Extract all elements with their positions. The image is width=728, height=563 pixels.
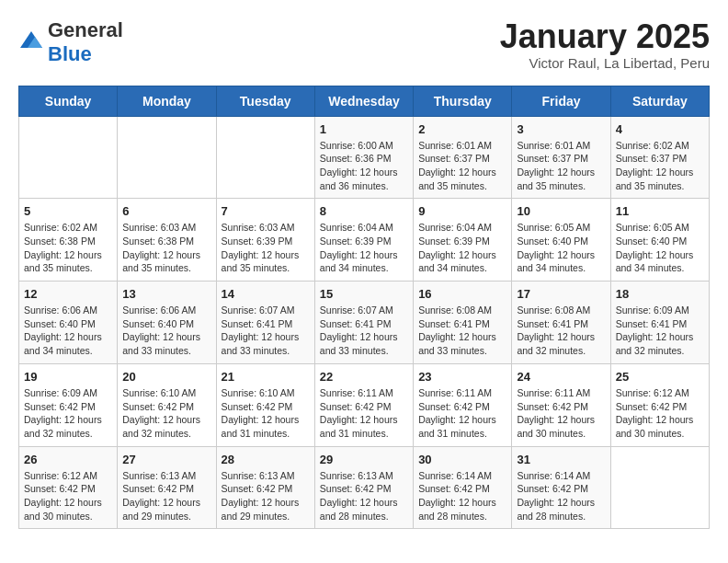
day-info: Sunrise: 6:09 AM Sunset: 6:41 PM Dayligh… — [616, 304, 704, 358]
day-info: Sunrise: 6:11 AM Sunset: 6:42 PM Dayligh… — [517, 386, 605, 441]
calendar-cell: 14Sunrise: 6:07 AM Sunset: 6:41 PM Dayli… — [216, 282, 314, 364]
header-cell-saturday: Saturday — [610, 86, 709, 116]
calendar-subtitle: Victor Raul, La Libertad, Peru — [500, 55, 710, 71]
calendar-cell: 7Sunrise: 6:03 AM Sunset: 6:39 PM Daylig… — [216, 199, 314, 282]
calendar-cell: 25Sunrise: 6:12 AM Sunset: 6:42 PM Dayli… — [610, 363, 709, 446]
calendar-cell: 17Sunrise: 6:08 AM Sunset: 6:41 PM Dayli… — [512, 282, 610, 364]
calendar-cell: 8Sunrise: 6:04 AM Sunset: 6:39 PM Daylig… — [314, 199, 413, 282]
day-info: Sunrise: 6:13 AM Sunset: 6:42 PM Dayligh… — [122, 469, 210, 523]
calendar-header: SundayMondayTuesdayWednesdayThursdayFrid… — [19, 86, 710, 116]
day-number: 14 — [222, 287, 310, 301]
day-info: Sunrise: 6:14 AM Sunset: 6:42 PM Dayligh… — [418, 469, 506, 523]
calendar-cell: 6Sunrise: 6:03 AM Sunset: 6:38 PM Daylig… — [118, 199, 216, 282]
day-info: Sunrise: 6:01 AM Sunset: 6:37 PM Dayligh… — [517, 139, 605, 193]
calendar-cell — [118, 116, 216, 199]
calendar-week-5: 26Sunrise: 6:12 AM Sunset: 6:42 PM Dayli… — [19, 446, 710, 529]
day-info: Sunrise: 6:04 AM Sunset: 6:39 PM Dayligh… — [418, 221, 506, 275]
day-number: 21 — [222, 370, 310, 384]
logo-general: General — [48, 18, 123, 41]
header-row: SundayMondayTuesdayWednesdayThursdayFrid… — [19, 86, 710, 116]
logo: General Blue — [18, 18, 123, 66]
day-number: 25 — [616, 370, 704, 384]
day-number: 2 — [418, 122, 506, 136]
header-cell-friday: Friday — [512, 86, 610, 116]
calendar-cell: 2Sunrise: 6:01 AM Sunset: 6:37 PM Daylig… — [414, 116, 512, 199]
day-number: 7 — [222, 204, 310, 218]
calendar-cell: 26Sunrise: 6:12 AM Sunset: 6:42 PM Dayli… — [19, 446, 118, 529]
day-number: 31 — [517, 453, 605, 466]
day-number: 16 — [418, 287, 506, 301]
header-cell-monday: Monday — [118, 86, 216, 116]
header-cell-wednesday: Wednesday — [314, 86, 413, 116]
header-cell-sunday: Sunday — [19, 86, 118, 116]
day-number: 29 — [320, 453, 408, 466]
day-info: Sunrise: 6:03 AM Sunset: 6:39 PM Dayligh… — [222, 221, 310, 275]
day-number: 23 — [418, 370, 506, 384]
calendar-cell: 19Sunrise: 6:09 AM Sunset: 6:42 PM Dayli… — [19, 363, 118, 446]
day-number: 1 — [320, 122, 408, 136]
calendar-cell: 1Sunrise: 6:00 AM Sunset: 6:36 PM Daylig… — [314, 116, 413, 199]
day-info: Sunrise: 6:10 AM Sunset: 6:42 PM Dayligh… — [122, 386, 210, 441]
day-info: Sunrise: 6:07 AM Sunset: 6:41 PM Dayligh… — [222, 304, 310, 358]
day-number: 19 — [24, 370, 112, 384]
day-info: Sunrise: 6:08 AM Sunset: 6:41 PM Dayligh… — [418, 304, 506, 358]
day-info: Sunrise: 6:12 AM Sunset: 6:42 PM Dayligh… — [24, 469, 112, 523]
day-number: 22 — [320, 370, 408, 384]
day-number: 10 — [517, 204, 605, 218]
calendar-cell: 27Sunrise: 6:13 AM Sunset: 6:42 PM Dayli… — [118, 446, 216, 529]
calendar-cell: 12Sunrise: 6:06 AM Sunset: 6:40 PM Dayli… — [19, 282, 118, 364]
calendar-cell: 18Sunrise: 6:09 AM Sunset: 6:41 PM Dayli… — [610, 282, 709, 364]
calendar-table: SundayMondayTuesdayWednesdayThursdayFrid… — [18, 86, 710, 530]
calendar-cell: 21Sunrise: 6:10 AM Sunset: 6:42 PM Dayli… — [216, 363, 314, 446]
day-info: Sunrise: 6:06 AM Sunset: 6:40 PM Dayligh… — [122, 304, 210, 358]
calendar-cell: 10Sunrise: 6:05 AM Sunset: 6:40 PM Dayli… — [512, 199, 610, 282]
calendar-cell: 16Sunrise: 6:08 AM Sunset: 6:41 PM Dayli… — [414, 282, 512, 364]
day-number: 28 — [222, 453, 310, 466]
day-info: Sunrise: 6:05 AM Sunset: 6:40 PM Dayligh… — [517, 221, 605, 275]
day-number: 20 — [122, 370, 210, 384]
day-number: 26 — [24, 453, 112, 466]
day-info: Sunrise: 6:11 AM Sunset: 6:42 PM Dayligh… — [320, 386, 408, 441]
day-number: 27 — [122, 453, 210, 466]
logo-icon — [18, 29, 44, 55]
day-number: 9 — [418, 204, 506, 218]
calendar-cell: 20Sunrise: 6:10 AM Sunset: 6:42 PM Dayli… — [118, 363, 216, 446]
calendar-week-2: 5Sunrise: 6:02 AM Sunset: 6:38 PM Daylig… — [19, 199, 710, 282]
calendar-cell: 24Sunrise: 6:11 AM Sunset: 6:42 PM Dayli… — [512, 363, 610, 446]
day-info: Sunrise: 6:08 AM Sunset: 6:41 PM Dayligh… — [517, 304, 605, 358]
calendar-cell: 28Sunrise: 6:13 AM Sunset: 6:42 PM Dayli… — [216, 446, 314, 529]
day-number: 8 — [320, 204, 408, 218]
calendar-week-4: 19Sunrise: 6:09 AM Sunset: 6:42 PM Dayli… — [19, 363, 710, 446]
day-info: Sunrise: 6:12 AM Sunset: 6:42 PM Dayligh… — [616, 386, 704, 441]
day-number: 18 — [616, 287, 704, 301]
day-number: 15 — [320, 287, 408, 301]
day-info: Sunrise: 6:06 AM Sunset: 6:40 PM Dayligh… — [24, 304, 112, 358]
day-info: Sunrise: 6:04 AM Sunset: 6:39 PM Dayligh… — [320, 221, 408, 275]
day-number: 30 — [418, 453, 506, 466]
day-info: Sunrise: 6:02 AM Sunset: 6:38 PM Dayligh… — [24, 221, 112, 275]
calendar-cell — [610, 446, 709, 529]
day-number: 6 — [122, 204, 210, 218]
day-info: Sunrise: 6:13 AM Sunset: 6:42 PM Dayligh… — [320, 469, 408, 523]
calendar-cell: 4Sunrise: 6:02 AM Sunset: 6:37 PM Daylig… — [610, 116, 709, 199]
calendar-cell: 30Sunrise: 6:14 AM Sunset: 6:42 PM Dayli… — [414, 446, 512, 529]
day-info: Sunrise: 6:11 AM Sunset: 6:42 PM Dayligh… — [418, 386, 506, 441]
calendar-cell: 9Sunrise: 6:04 AM Sunset: 6:39 PM Daylig… — [414, 199, 512, 282]
calendar-week-3: 12Sunrise: 6:06 AM Sunset: 6:40 PM Dayli… — [19, 282, 710, 364]
calendar-cell: 11Sunrise: 6:05 AM Sunset: 6:40 PM Dayli… — [610, 199, 709, 282]
logo-blue: Blue — [48, 42, 92, 65]
day-info: Sunrise: 6:03 AM Sunset: 6:38 PM Dayligh… — [122, 221, 210, 275]
day-info: Sunrise: 6:13 AM Sunset: 6:42 PM Dayligh… — [222, 469, 310, 523]
day-info: Sunrise: 6:01 AM Sunset: 6:37 PM Dayligh… — [418, 139, 506, 193]
day-info: Sunrise: 6:05 AM Sunset: 6:40 PM Dayligh… — [616, 221, 704, 275]
calendar-cell: 3Sunrise: 6:01 AM Sunset: 6:37 PM Daylig… — [512, 116, 610, 199]
calendar-cell — [216, 116, 314, 199]
day-info: Sunrise: 6:02 AM Sunset: 6:37 PM Dayligh… — [616, 139, 704, 193]
calendar-cell: 23Sunrise: 6:11 AM Sunset: 6:42 PM Dayli… — [414, 363, 512, 446]
calendar-cell: 13Sunrise: 6:06 AM Sunset: 6:40 PM Dayli… — [118, 282, 216, 364]
day-info: Sunrise: 6:10 AM Sunset: 6:42 PM Dayligh… — [222, 386, 310, 441]
day-number: 12 — [24, 287, 112, 301]
title-area: January 2025 Victor Raul, La Libertad, P… — [500, 18, 710, 71]
day-number: 13 — [122, 287, 210, 301]
day-number: 24 — [517, 370, 605, 384]
